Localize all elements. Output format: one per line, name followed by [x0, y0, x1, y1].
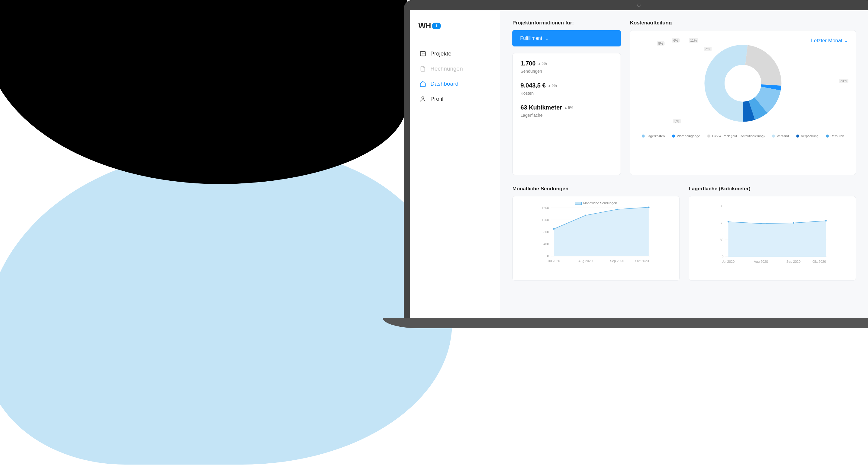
nav-profil[interactable]: Profil: [418, 91, 492, 107]
logo: WH 1: [418, 21, 492, 30]
nav-projekte[interactable]: Projekte: [418, 46, 492, 61]
monthly-shipments-chart: 0 400 800 1200 1600 Jul 2020 Aug 202: [520, 205, 672, 268]
nav-label: Projekte: [430, 50, 452, 57]
cost-card: Letzter Monat: [630, 30, 856, 175]
svg-text:Jul 2020: Jul 2020: [722, 260, 735, 263]
storage-area-card: 0 30 60 90 Jul 2020 Aug 2020 Sep 202: [689, 196, 856, 281]
legend-pickpack: Pick & Pack (inkl. Konfektionierung): [707, 134, 765, 138]
chevron-down-icon: [545, 36, 549, 41]
svg-text:1600: 1600: [541, 206, 549, 210]
stat-delta: 5%: [564, 106, 573, 110]
stat-delta: 9%: [548, 84, 557, 88]
stat-value: 1.700: [521, 60, 535, 67]
svg-point-38: [793, 222, 794, 224]
laptop-screen: WH 1 Projekte Rechnungen Dashboard: [404, 10, 868, 318]
nav-rechnungen[interactable]: Rechnungen: [418, 61, 492, 76]
svg-text:1200: 1200: [541, 218, 549, 222]
stat-label: Sendungen: [521, 69, 613, 74]
logo-badge: 1: [432, 23, 441, 29]
svg-text:800: 800: [544, 230, 549, 234]
monthly-shipments-card: Monatliche Sendungen 0 400 800: [513, 196, 680, 281]
donut-pct-label: 11%: [689, 38, 698, 42]
svg-point-36: [727, 221, 729, 223]
laptop-base: [383, 318, 868, 328]
projects-icon: [420, 50, 426, 57]
stat-label: Lagerfläche: [521, 113, 613, 118]
nav-label: Rechnungen: [430, 65, 463, 72]
legend-lagerkosten: Lagerkosten: [642, 134, 665, 138]
svg-text:60: 60: [720, 221, 723, 225]
svg-point-3: [422, 97, 424, 99]
nav-label: Dashboard: [430, 81, 458, 87]
monthly-title: Monatliche Sendungen: [513, 186, 680, 192]
legend-retouren: Retouren: [826, 134, 844, 138]
svg-point-21: [585, 215, 586, 216]
stat-value: 63 Kubikmeter: [521, 104, 562, 111]
invoice-icon: [420, 65, 426, 72]
svg-text:90: 90: [720, 204, 723, 208]
svg-point-22: [616, 209, 618, 210]
donut-legend: Lagerkosten Wareneingänge Pick & Pack (i…: [638, 134, 848, 138]
svg-text:Aug 2020: Aug 2020: [578, 259, 592, 263]
svg-text:Okt 2020: Okt 2020: [812, 260, 826, 263]
donut-chart: [699, 39, 786, 127]
svg-text:Jul 2020: Jul 2020: [548, 259, 560, 263]
stat-lagerflaeche: 63 Kubikmeter 5% Lagerfläche: [521, 104, 613, 118]
svg-point-20: [553, 228, 555, 230]
svg-text:Sep 2020: Sep 2020: [786, 260, 801, 263]
donut-chart-wrap: 5% 6% 11% 2% 24% 5%: [638, 39, 848, 127]
logo-text: WH: [418, 21, 431, 30]
stat-value: 9.043,5 €: [521, 82, 546, 89]
svg-text:400: 400: [544, 242, 549, 246]
svg-text:30: 30: [720, 238, 723, 242]
stat-sendungen: 1.700 9% Sendungen: [521, 60, 613, 74]
monthly-shipments-column: Monatliche Sendungen Monatliche Sendunge…: [513, 186, 680, 281]
camera-icon: [638, 4, 641, 7]
legend-verpackung: Verpackung: [796, 134, 818, 138]
stat-kosten: 9.043,5 € 9% Kosten: [521, 82, 613, 96]
main-content: Projektinformationen für: Fulfillment 1.…: [500, 10, 868, 318]
profile-icon: [420, 96, 426, 102]
storage-title: Lagerfläche (Kubikmeter): [689, 186, 856, 192]
monthly-legend: Monatliche Sendungen: [520, 201, 672, 205]
bg-black-blob: [0, 0, 407, 184]
laptop-frame: WH 1 Projekte Rechnungen Dashboard: [404, 0, 868, 328]
svg-text:Sep 2020: Sep 2020: [610, 259, 624, 263]
project-info-title: Projektinformationen für:: [513, 20, 621, 26]
svg-text:Okt 2020: Okt 2020: [635, 259, 649, 263]
donut-pct-label: 5%: [657, 41, 664, 46]
cost-title: Kostenaufteilung: [630, 20, 856, 26]
nav-dashboard[interactable]: Dashboard: [418, 76, 492, 91]
svg-text:0: 0: [721, 255, 723, 259]
svg-text:0: 0: [547, 254, 549, 258]
donut-pct-label: 24%: [839, 79, 848, 83]
stat-delta: 9%: [538, 62, 547, 66]
donut-pct-label: 5%: [673, 119, 681, 123]
legend-wareneingaenge: Wareneingänge: [672, 134, 700, 138]
svg-point-39: [825, 220, 827, 222]
home-icon: [420, 81, 426, 87]
stat-label: Kosten: [521, 91, 613, 96]
nav-label: Profil: [430, 96, 443, 102]
project-info-column: Projektinformationen für: Fulfillment 1.…: [513, 20, 621, 175]
cost-breakdown-column: Kostenaufteilung Letzter Monat: [630, 20, 856, 175]
laptop-top-bezel: [404, 0, 868, 10]
svg-point-23: [648, 207, 650, 208]
stats-card: 1.700 9% Sendungen 9.043,5 € 9% Kosten: [513, 53, 621, 175]
bg-blue-blob: [0, 151, 452, 465]
legend-versand: Versand: [772, 134, 789, 138]
project-dropdown[interactable]: Fulfillment: [513, 30, 621, 47]
svg-text:Aug 2020: Aug 2020: [754, 260, 768, 263]
svg-rect-0: [421, 52, 426, 56]
svg-point-37: [760, 223, 762, 225]
project-dropdown-label: Fulfillment: [520, 36, 542, 41]
storage-area-chart: 0 30 60 90 Jul 2020 Aug 2020 Sep 202: [696, 201, 848, 269]
storage-area-column: Lagerfläche (Kubikmeter) 0 30 60: [689, 186, 856, 281]
donut-pct-label: 6%: [672, 38, 680, 42]
donut-pct-label: 2%: [704, 47, 712, 51]
sidebar: WH 1 Projekte Rechnungen Dashboard: [410, 10, 500, 318]
